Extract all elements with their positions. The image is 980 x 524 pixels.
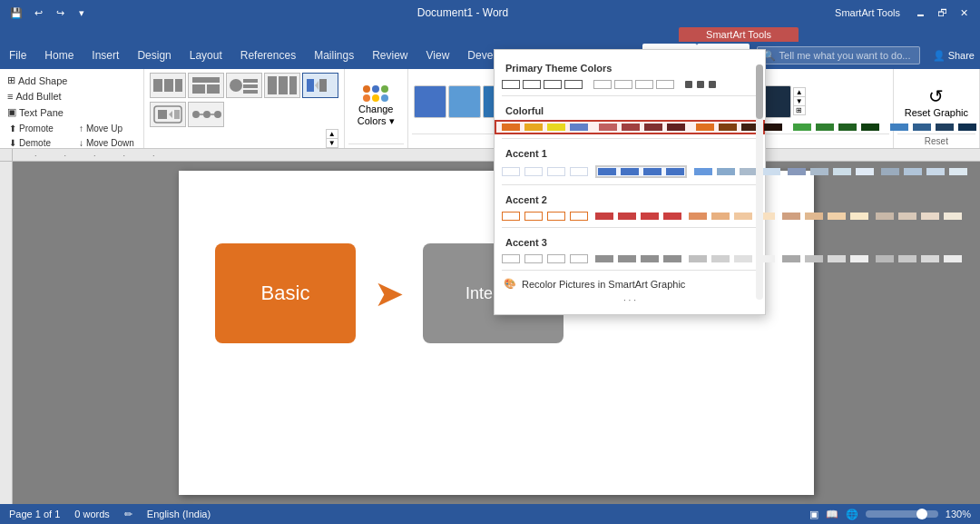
svg-rect-10 — [268, 76, 277, 94]
document-title: Document1 - Word — [91, 6, 835, 19]
layout-swatch-2[interactable] — [188, 73, 224, 98]
quick-access-toolbar: 💾 ↩ ↪ ▾ — [7, 4, 91, 22]
add-bullet-btn[interactable]: ≡ Add Bullet — [4, 89, 65, 104]
color-dots-grid — [363, 85, 388, 102]
recolor-label: Recolor Pictures in SmartArt Graphic — [522, 279, 685, 290]
reset-graphic-icon: ↺ — [928, 85, 944, 107]
colorful-row-1[interactable] — [495, 120, 765, 134]
layout-swatch-3[interactable] — [226, 73, 262, 98]
layout-swatch-7[interactable] — [188, 102, 224, 127]
reset-graphic-btn[interactable]: ↺ Reset Graphic — [897, 82, 975, 122]
undo-btn[interactable]: ↩ — [29, 4, 47, 22]
search-bar[interactable]: 🔍 Tell me what you want to do... — [757, 46, 920, 64]
save-quickaccess-btn[interactable]: 💾 — [7, 4, 25, 22]
a3-sw2 — [595, 255, 681, 262]
redo-btn[interactable]: ↪ — [51, 4, 69, 22]
close-btn[interactable]: ✕ — [955, 4, 973, 22]
color-swatches-2 — [593, 80, 674, 89]
tab-mailings[interactable]: Mailings — [305, 44, 363, 67]
change-colors-section: ChangeColors ▾ — [345, 69, 408, 148]
layout-swatch-5[interactable] — [302, 73, 338, 98]
word-count: 0 words — [74, 509, 110, 519]
layout-swatch-4[interactable] — [264, 73, 300, 98]
style-1[interactable] — [414, 85, 446, 118]
status-bar: Page 1 of 1 0 words ✏ English (India) ▣ … — [0, 504, 980, 524]
svg-rect-17 — [158, 110, 167, 119]
minimize-btn[interactable]: 🗕 — [911, 4, 929, 22]
accent2-label: Accent 2 — [495, 189, 765, 209]
accent1-row-1[interactable] — [495, 163, 765, 181]
a3-sw1 — [502, 254, 588, 263]
movedown-icon: ↓ — [79, 138, 83, 148]
status-right: ▣ 📖 🌐 130% — [809, 509, 971, 520]
colorful-swatches-2 — [599, 124, 685, 131]
recolor-icon: 🎨 — [504, 278, 516, 290]
style-2[interactable] — [448, 85, 481, 118]
a2-sw2 — [595, 213, 681, 220]
recolor-row[interactable]: 🎨 Recolor Pictures in SmartArt Graphic — [495, 274, 765, 293]
tab-design[interactable]: Design — [128, 44, 180, 67]
svg-point-6 — [230, 79, 242, 92]
customize-btn[interactable]: ▾ — [73, 4, 91, 22]
promote-btn[interactable]: ⬆ Promote — [5, 122, 74, 135]
a2-sw5 — [876, 213, 962, 220]
arrow-1: ➤ — [374, 272, 405, 314]
search-placeholder: Tell me what you want to do... — [779, 50, 911, 61]
accent1-label: Accent 1 — [495, 143, 765, 163]
ribbon-tabs-row: File Home Insert Design Layout Reference… — [0, 44, 980, 67]
view-web-icon[interactable]: 🌐 — [846, 509, 858, 520]
restore-btn[interactable]: 🗗 — [933, 4, 951, 22]
tab-insert[interactable]: Insert — [83, 44, 128, 67]
primary-row-1[interactable] — [495, 77, 765, 92]
change-colors-btn[interactable]: ChangeColors ▾ — [348, 80, 403, 133]
tab-file[interactable]: File — [0, 44, 35, 67]
dropdown-scrollbar[interactable] — [756, 64, 763, 300]
svg-rect-12 — [289, 76, 297, 94]
svg-rect-5 — [207, 84, 220, 94]
layout-swatch-1[interactable] — [150, 73, 186, 98]
move-up-btn[interactable]: ↑ Move Up — [75, 122, 138, 135]
basic-box[interactable]: Basic — [215, 243, 356, 343]
tab-view[interactable]: View — [417, 44, 459, 67]
vertical-ruler — [0, 149, 13, 504]
tab-home[interactable]: Home — [35, 44, 83, 67]
moveup-icon: ↑ — [79, 124, 83, 133]
text-pane-btn[interactable]: ▣ Text Pane — [4, 104, 67, 120]
title-bar: 💾 ↩ ↪ ▾ Document1 - Word SmartArt Tools … — [0, 0, 980, 25]
svg-rect-4 — [192, 84, 205, 94]
a1-sw2 — [595, 165, 687, 178]
tab-review[interactable]: Review — [363, 44, 416, 67]
a2-sw1 — [502, 212, 588, 221]
add-shape-btn[interactable]: ⊞ Add Shape — [4, 73, 71, 88]
layout-swatch-6[interactable] — [150, 102, 186, 127]
zoom-thumb — [916, 509, 927, 519]
a1-sw4 — [788, 168, 874, 175]
tab-references[interactable]: References — [231, 44, 305, 67]
reset-section: ↺ Reset Graphic Reset — [894, 69, 980, 148]
a1-sw1 — [502, 167, 588, 176]
svg-rect-9 — [243, 90, 258, 94]
edit-icon[interactable]: ✏ — [124, 509, 132, 520]
demote-btn[interactable]: ⬇ Demote — [5, 136, 74, 150]
view-normal-icon[interactable]: ▣ — [809, 509, 818, 520]
a1-sw5 — [881, 168, 967, 175]
demote-icon: ⬇ — [9, 138, 16, 148]
accent3-label: Accent 3 — [495, 232, 765, 252]
colorful-label: Colorful — [495, 100, 765, 120]
move-down-btn[interactable]: ↓ Move Down — [75, 136, 138, 150]
accent3-row-1[interactable] — [495, 252, 765, 266]
accent2-row-1[interactable] — [495, 209, 765, 223]
share-btn[interactable]: 👤 Share — [927, 44, 980, 67]
page-info: Page 1 of 1 — [9, 509, 60, 519]
change-colors-dropdown: Primary Theme Colors Co — [494, 49, 766, 315]
language: English (India) — [147, 509, 211, 519]
tab-layout[interactable]: Layout — [181, 44, 231, 67]
a3-sw5 — [876, 255, 962, 262]
styles-scroll[interactable]: ▲ ▼ ⊞ — [793, 87, 806, 115]
svg-rect-3 — [192, 77, 220, 83]
zoom-slider[interactable] — [866, 510, 938, 518]
a3-sw4 — [782, 255, 868, 262]
a2-sw4 — [782, 213, 868, 220]
view-reading-icon[interactable]: 📖 — [826, 509, 838, 520]
scrollbar-thumb — [756, 64, 763, 119]
